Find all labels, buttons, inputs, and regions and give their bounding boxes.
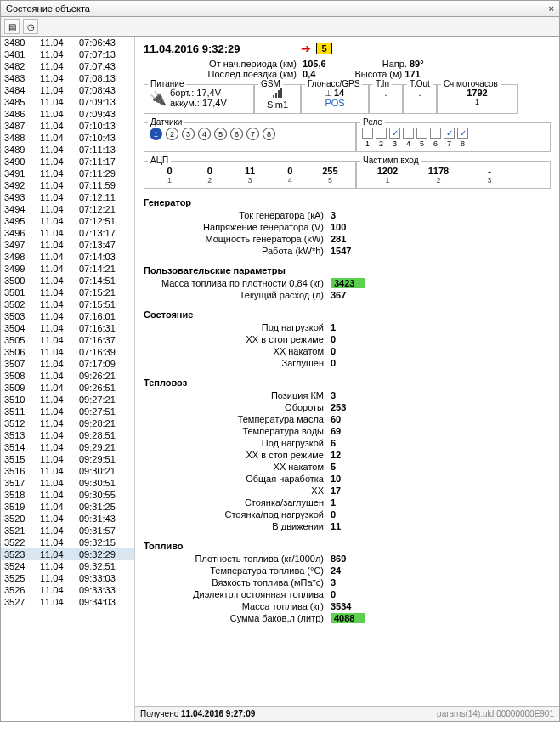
list-item[interactable]: 349411.0407:12:21 (1, 203, 134, 215)
list-item[interactable]: 350811.0409:26:21 (1, 370, 134, 382)
param-row: Масса топлива по плотности 0,84 (кг)3423 (144, 277, 551, 289)
param-row: Температура воды69 (144, 425, 551, 437)
list-item[interactable]: 350011.0407:14:51 (1, 275, 134, 287)
list-item[interactable]: 349511.0407:12:51 (1, 215, 134, 227)
sensor-indicator[interactable]: 7 (246, 128, 259, 140)
param-row: Заглушен0 (144, 357, 551, 369)
titlebar: Состояние объекта × (0, 0, 560, 17)
adc-col: -3 (464, 166, 515, 184)
sensor-indicator[interactable]: 5 (214, 128, 227, 140)
param-row: Вязкость топлива (мПа*с)3 (144, 576, 551, 588)
param-row: Стоянка/заглушен1 (144, 497, 551, 508)
list-item[interactable]: 350911.0409:26:51 (1, 382, 134, 394)
list-item[interactable]: 348911.0407:11:13 (1, 144, 134, 156)
param-row: ХХ накатом0 (144, 345, 551, 357)
param-row: Ток генератора (кА)3 (144, 209, 551, 221)
relay-checkbox[interactable]: 4 (403, 128, 414, 148)
last-trip-value: 0,4 (303, 69, 315, 79)
list-item[interactable]: 351411.0409:29:21 (1, 441, 134, 453)
entries-list[interactable]: 348011.0407:06:43348111.0407:07:13348211… (1, 37, 135, 721)
list-item[interactable]: 348011.0407:06:43 (1, 37, 134, 48)
power-panel: Питание 🔌 борт.: 17,4V аккум.: 17,4V (144, 84, 254, 114)
signal-bars-icon (273, 88, 282, 98)
list-item[interactable]: 349611.0407:13:17 (1, 227, 134, 239)
list-item[interactable]: 351811.0409:30:55 (1, 489, 134, 501)
list-item[interactable]: 348111.0407:07:13 (1, 48, 134, 60)
param-row: Напряжение генератора (V)100 (144, 221, 551, 233)
sensor-indicator[interactable]: 8 (263, 128, 275, 140)
sensor-indicator[interactable]: 6 (230, 128, 243, 140)
list-item[interactable]: 351911.0409:31:25 (1, 501, 134, 513)
param-row: Плотность топлива (кг/1000л)869 (144, 553, 551, 565)
relay-checkbox[interactable]: 6 (430, 128, 441, 148)
list-item[interactable]: 351111.0409:27:51 (1, 406, 134, 417)
relay-checkbox[interactable]: 2 (376, 128, 387, 148)
list-item[interactable]: 351311.0409:28:51 (1, 429, 134, 441)
relay-checkbox[interactable]: ✓3 (389, 128, 400, 148)
adc-panel: АЦП 0102113042555 (144, 161, 356, 189)
list-item[interactable]: 352711.0409:34:03 (1, 596, 134, 608)
sensor-indicator[interactable]: 2 (166, 128, 178, 140)
param-row: ХХ накатом5 (144, 461, 551, 473)
list-item[interactable]: 350711.0407:17:09 (1, 358, 134, 370)
param-row: Позиция КМ3 (144, 389, 551, 401)
detail-pane: 11.04.2016 9:32:29 ➔ 5 От нач.периода (к… (135, 37, 559, 721)
list-item[interactable]: 350511.0407:16:37 (1, 334, 134, 346)
param-row: Текущий расход (л)367 (144, 289, 551, 301)
list-item[interactable]: 349811.0407:14:03 (1, 251, 134, 263)
section-title: Генератор (144, 197, 551, 207)
relay-checkbox[interactable]: ✓8 (457, 128, 468, 148)
list-item[interactable]: 349711.0407:13:47 (1, 239, 134, 251)
list-item[interactable]: 348311.0407:08:13 (1, 72, 134, 84)
list-item[interactable]: 349311.0407:12:11 (1, 191, 134, 203)
list-item[interactable]: 350211.0407:15:51 (1, 298, 134, 310)
list-item[interactable]: 350311.0407:16:01 (1, 310, 134, 322)
period-label: От нач.периода (км) (161, 59, 297, 69)
sensor-indicator[interactable]: 1 (150, 128, 162, 140)
param-row: В движении11 (144, 520, 551, 532)
tool-clock-button[interactable]: ◷ (23, 19, 38, 34)
tool-doc-button[interactable]: ▤ (4, 19, 20, 34)
list-item[interactable]: 350611.0407:16:39 (1, 346, 134, 358)
param-row: Обороты253 (144, 401, 551, 413)
list-item[interactable]: 349111.0407:11:29 (1, 167, 134, 179)
list-item[interactable]: 351611.0409:30:21 (1, 465, 134, 477)
list-item[interactable]: 348611.0407:09:43 (1, 108, 134, 120)
toolbar: ▤ ◷ (0, 17, 560, 37)
list-item[interactable]: 352411.0409:32:51 (1, 560, 134, 572)
list-item[interactable]: 352511.0409:33:03 (1, 572, 134, 584)
list-item[interactable]: 351511.0409:29:51 (1, 453, 134, 465)
sensor-indicator[interactable]: 4 (198, 128, 211, 140)
list-item[interactable]: 351011.0409:27:21 (1, 394, 134, 406)
list-item[interactable]: 352011.0409:31:43 (1, 513, 134, 525)
list-item[interactable]: 349011.0407:11:17 (1, 156, 134, 167)
list-item[interactable]: 352111.0409:31:57 (1, 525, 134, 536)
list-item[interactable]: 348211.0407:07:43 (1, 60, 134, 72)
list-item[interactable]: 351211.0409:28:21 (1, 417, 134, 429)
list-item[interactable]: 352211.0409:32:15 (1, 536, 134, 548)
list-item[interactable]: 348511.0407:09:13 (1, 96, 134, 108)
close-icon[interactable]: × (549, 3, 554, 14)
list-item[interactable]: 352311.0409:32:29 (1, 548, 134, 560)
section-title: Состояние (144, 309, 551, 320)
list-item[interactable]: 349211.0407:11:59 (1, 179, 134, 191)
list-item[interactable]: 348411.0407:08:43 (1, 84, 134, 96)
list-item[interactable]: 352611.0409:33:33 (1, 584, 134, 596)
list-item[interactable]: 350111.0407:15:21 (1, 287, 134, 298)
list-item[interactable]: 349911.0407:14:21 (1, 263, 134, 275)
list-item[interactable]: 351711.0409:30:51 (1, 477, 134, 489)
list-item[interactable]: 348811.0407:10:43 (1, 132, 134, 144)
relay-checkbox[interactable]: ✓7 (444, 128, 455, 148)
heading-value: 89° (410, 59, 424, 69)
sensor-indicator[interactable]: 3 (182, 128, 195, 140)
last-trip-label: Послед.поездка (км) (161, 69, 297, 79)
relay-checkbox[interactable]: 1 (362, 128, 373, 148)
relay-checkbox[interactable]: 5 (416, 128, 427, 148)
section-title: Топливо (144, 541, 551, 551)
list-item[interactable]: 350411.0407:16:31 (1, 322, 134, 334)
period-value: 105,6 (303, 59, 326, 69)
list-item[interactable]: 348711.0407:10:13 (1, 120, 134, 132)
window-title: Состояние объекта (6, 3, 90, 14)
alt-label: Высота (м) (354, 69, 402, 79)
relays-panel: Реле 12✓3456✓7✓8 (356, 122, 551, 152)
